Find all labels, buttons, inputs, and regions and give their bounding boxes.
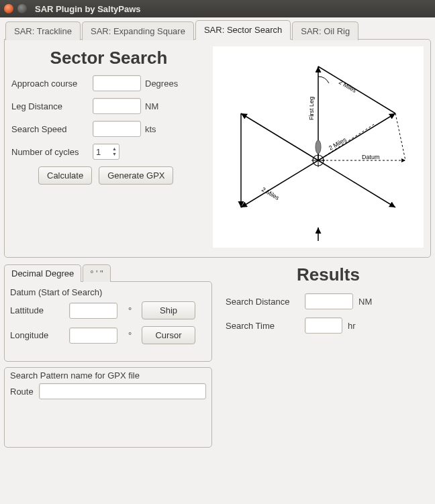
calculate-button[interactable]: Calculate (38, 166, 92, 185)
latitude-input[interactable] (69, 303, 117, 319)
leg-distance-input[interactable] (93, 98, 141, 114)
svg-line-13 (318, 207, 395, 241)
sector-diagram: First Leg 2 Miles 2 Miles 2 Miles Datum (213, 46, 424, 248)
search-distance-output (305, 293, 353, 309)
degree-symbol-2: ° (128, 330, 136, 340)
diagram-first-leg-label: First Leg (308, 97, 315, 120)
svg-line-6 (318, 113, 395, 160)
tab-panel-sector: Sector Search Approach course Degrees Le… (4, 39, 431, 258)
svg-point-5 (316, 140, 321, 154)
tab-expanding-square[interactable]: SAR: Expanding Square (82, 21, 194, 40)
leg-distance-label: Leg Distance (11, 101, 89, 111)
cursor-button[interactable]: Cursor (142, 326, 195, 344)
search-distance-unit: NM (358, 297, 372, 307)
cycles-value: 1 (93, 147, 112, 157)
search-speed-label: Search Speed (11, 124, 89, 134)
datum-heading: Datum (Start of Search) (10, 287, 206, 297)
approach-course-unit: Degrees (145, 79, 178, 89)
svg-line-8 (241, 160, 318, 207)
diagram-miles-a: 2 Miles (338, 79, 358, 94)
tab-sector-search[interactable]: SAR: Sector Search (195, 20, 291, 40)
subtab-dms[interactable]: ° ' " (83, 264, 111, 282)
approach-course-input[interactable] (93, 75, 141, 91)
leg-distance-unit: NM (145, 101, 158, 111)
cycles-label: Number of cycles (11, 147, 89, 157)
subtab-decimal-degree[interactable]: Decimal Degree (4, 264, 81, 282)
tab-oil-rig[interactable]: SAR: Oil Rig (292, 21, 358, 40)
search-time-unit: hr (348, 321, 356, 331)
svg-line-12 (318, 66, 395, 113)
section-title: Sector Search (11, 48, 206, 68)
ship-button[interactable]: Ship (142, 301, 195, 319)
svg-line-9 (241, 113, 318, 160)
diagram-datum-label: Datum (362, 154, 380, 160)
tab-trackline[interactable]: SAR: Trackline (5, 21, 81, 40)
search-speed-input[interactable] (93, 121, 141, 137)
main-tabs: SAR: Trackline SAR: Expanding Square SAR… (4, 20, 431, 40)
gpx-heading: Search Pattern name for GPX file (10, 370, 206, 381)
degree-symbol: ° (128, 305, 136, 315)
close-icon[interactable] (4, 4, 13, 13)
window-title: SAR Plugin by SaltyPaws (35, 4, 141, 14)
titlebar: SAR Plugin by SaltyPaws (0, 0, 435, 17)
cycles-stepper[interactable]: 1 ▲▼ (93, 144, 119, 160)
svg-line-7 (318, 160, 395, 207)
minimize-icon[interactable] (17, 4, 27, 13)
search-time-label: Search Time (226, 321, 299, 331)
latitude-label: Lattitude (10, 305, 64, 315)
approach-course-label: Approach course (11, 79, 89, 89)
route-input[interactable] (39, 383, 206, 399)
results-title: Results (226, 264, 431, 285)
stepper-arrows-icon[interactable]: ▲▼ (112, 146, 119, 157)
search-time-output (305, 317, 342, 334)
datum-panel: Datum (Start of Search) Lattitude ° Ship… (4, 281, 212, 362)
gpx-panel: Search Pattern name for GPX file Route (4, 367, 212, 448)
search-speed-unit: kts (145, 124, 156, 134)
generate-gpx-button[interactable]: Generate GPX (99, 166, 173, 185)
svg-line-16 (395, 113, 405, 160)
longitude-label: Longitude (10, 330, 64, 340)
route-label: Route (10, 387, 34, 397)
search-distance-label: Search Distance (226, 297, 299, 307)
longitude-input[interactable] (69, 327, 117, 344)
